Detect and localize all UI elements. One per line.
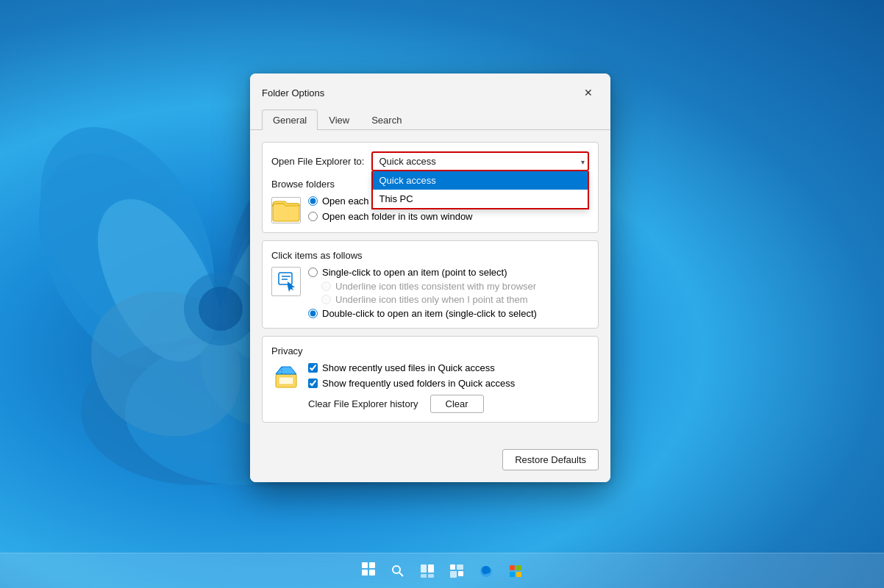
checkbox-recent-files-input[interactable]	[308, 363, 318, 373]
radio-underline-point[interactable]: Underline icon titles only when I point …	[321, 294, 537, 305]
dropdown-item-quick-access[interactable]: Quick access	[373, 171, 588, 190]
checkbox-frequent-folders-input[interactable]	[308, 379, 318, 388]
search-taskbar-icon	[391, 564, 404, 578]
privacy-label: Privacy	[271, 345, 589, 356]
open-fe-label: Open File Explorer to:	[271, 156, 364, 167]
open-fe-dropdown[interactable]: Quick accessThis PC	[371, 151, 589, 171]
restore-defaults-button[interactable]: Restore Defaults	[502, 449, 599, 470]
tab-view[interactable]: View	[318, 110, 360, 130]
radio-own-window-input[interactable]	[308, 212, 318, 221]
dropdown-item-this-pc[interactable]: This PC	[373, 190, 588, 208]
svg-rect-26	[273, 204, 299, 221]
open-fe-section: Open File Explorer to: Quick accessThis …	[262, 142, 599, 233]
svg-line-13	[399, 573, 403, 576]
folder-icon	[271, 197, 301, 223]
privacy-checkboxes: Show recently used files in Quick access…	[308, 362, 515, 389]
checkbox-frequent-folders-label: Show frequently used folders in Quick ac…	[322, 378, 515, 389]
svg-rect-31	[279, 377, 293, 384]
svg-rect-8	[362, 562, 368, 568]
click-options: Single-click to open an item (point to s…	[308, 267, 537, 319]
svg-rect-18	[450, 564, 455, 570]
click-items-section: Click items as follows Single-click to o…	[262, 240, 599, 329]
privacy-content: Show recently used files in Quick access…	[271, 362, 589, 413]
svg-rect-25	[516, 572, 521, 577]
svg-rect-15	[428, 564, 434, 573]
radio-underline-point-label: Underline icon titles only when I point …	[335, 294, 528, 305]
radio-own-window-label: Open each folder in its own window	[322, 211, 473, 222]
radio-single-click-label: Single-click to open an item (point to s…	[322, 267, 507, 278]
radio-same-window-input[interactable]	[308, 196, 318, 206]
radio-single-click-input[interactable]	[308, 268, 318, 277]
taskbar	[0, 553, 884, 588]
privacy-icon	[271, 362, 301, 392]
open-fe-row: Open File Explorer to: Quick accessThis …	[271, 151, 589, 171]
task-view-button[interactable]	[416, 559, 439, 583]
svg-rect-16	[421, 574, 427, 578]
svg-rect-11	[369, 570, 375, 576]
svg-point-12	[393, 566, 400, 573]
radio-double-click[interactable]: Double-click to open an item (single-cli…	[308, 308, 537, 319]
dialog-title: Folder Options	[262, 87, 324, 98]
svg-rect-19	[457, 564, 463, 570]
privacy-section: Privacy Show recently used	[262, 336, 599, 423]
radio-single-click[interactable]: Single-click to open an item (point to s…	[308, 267, 537, 278]
checkbox-recent-files[interactable]: Show recently used files in Quick access	[308, 362, 515, 373]
radio-underline-point-input[interactable]	[321, 295, 331, 304]
svg-rect-22	[510, 565, 515, 570]
clear-history-label: Clear File Explorer history	[308, 398, 418, 409]
clear-row: Clear File Explorer history Clear	[308, 395, 515, 413]
folder-options-dialog: Folder Options ✕ General View Search Ope…	[250, 74, 610, 482]
svg-rect-24	[510, 572, 515, 577]
svg-point-7	[199, 287, 243, 331]
privacy-options: Show recently used files in Quick access…	[308, 362, 515, 413]
click-items-label: Click items as follows	[271, 250, 589, 261]
dropdown-wrapper: Quick accessThis PC ▾ Quick access This …	[371, 151, 589, 171]
clear-button[interactable]: Clear	[430, 395, 484, 413]
svg-rect-23	[516, 565, 521, 570]
dialog-titlebar: Folder Options ✕	[250, 74, 610, 103]
cursor-icon	[271, 267, 301, 296]
tab-general[interactable]: General	[262, 110, 318, 130]
click-content: Single-click to open an item (point to s…	[271, 267, 589, 319]
close-button[interactable]: ✕	[578, 82, 599, 103]
click-sub-options: Underline icon titles consistent with my…	[321, 281, 537, 305]
checkbox-frequent-folders[interactable]: Show frequently used folders in Quick ac…	[308, 378, 515, 389]
start-button[interactable]	[357, 559, 380, 583]
dialog-footer: Restore Defaults	[250, 442, 610, 482]
radio-own-window[interactable]: Open each folder in its own window	[308, 211, 482, 222]
svg-rect-17	[428, 574, 434, 578]
dropdown-open-list: Quick access This PC	[371, 171, 589, 209]
taskbar-search-button[interactable]	[386, 559, 410, 583]
radio-double-click-label: Double-click to open an item (single-cli…	[322, 308, 537, 319]
windows-logo	[362, 562, 375, 579]
tab-search[interactable]: Search	[360, 110, 413, 130]
checkbox-recent-files-label: Show recently used files in Quick access	[322, 362, 495, 373]
radio-double-click-input[interactable]	[308, 309, 318, 318]
edge-icon	[479, 564, 493, 578]
svg-rect-9	[369, 562, 375, 568]
store-button[interactable]	[504, 559, 527, 583]
edge-button[interactable]	[474, 559, 498, 583]
svg-rect-27	[279, 273, 292, 284]
dialog-body: Open File Explorer to: Quick accessThis …	[250, 130, 610, 442]
svg-rect-14	[421, 564, 427, 573]
svg-rect-21	[458, 571, 463, 576]
store-icon	[508, 564, 523, 578]
widgets-button[interactable]	[445, 559, 468, 583]
task-view-icon	[421, 564, 434, 578]
widgets-icon	[450, 564, 463, 578]
svg-rect-10	[362, 570, 368, 576]
radio-underline-browser-label: Underline icon titles consistent with my…	[335, 281, 536, 292]
radio-underline-browser-input[interactable]	[321, 282, 331, 291]
svg-rect-20	[450, 571, 457, 578]
radio-underline-browser[interactable]: Underline icon titles consistent with my…	[321, 281, 537, 292]
dialog-tabs: General View Search	[250, 103, 610, 130]
